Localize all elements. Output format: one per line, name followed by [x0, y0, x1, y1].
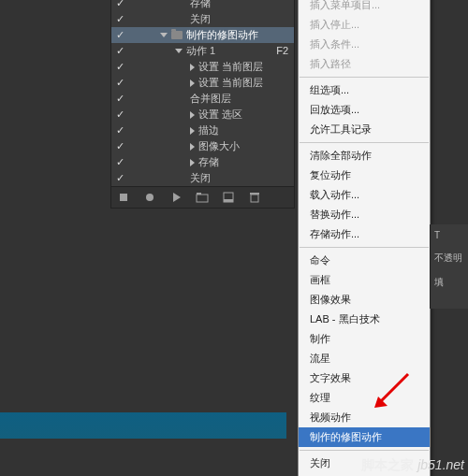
panel-label: T	[431, 224, 468, 246]
menu-item[interactable]: 视频动作	[299, 408, 430, 427]
record-icon[interactable]	[143, 191, 156, 204]
action-label: 动作 1	[186, 43, 215, 59]
svg-rect-3	[197, 195, 208, 202]
action-step-row[interactable]: ✓合并图层	[111, 91, 294, 107]
menu-item[interactable]: 插入停止...	[299, 15, 430, 35]
menu-item[interactable]: 插入路径	[299, 54, 430, 74]
disclosure-closed-icon[interactable]	[190, 127, 195, 135]
check-icon: ✓	[111, 138, 128, 154]
action-step-row[interactable]: ✓关闭	[111, 170, 294, 186]
check-icon: ✓	[111, 170, 128, 186]
menu-item[interactable]: 清除全部动作	[299, 146, 430, 166]
step-label: 存储	[198, 154, 219, 170]
menu-item[interactable]: 替换动作...	[299, 205, 430, 224]
play-icon[interactable]	[169, 191, 183, 204]
stop-icon[interactable]	[117, 191, 130, 204]
panel-menu: 插入菜单项目... 插入停止... 插入条件... 插入路径 组选项... 回放…	[298, 0, 431, 476]
svg-marker-2	[173, 193, 181, 202]
action-shortcut: F2	[276, 43, 288, 59]
disclosure-closed-icon[interactable]	[190, 159, 195, 166]
panel-label: 填	[431, 270, 468, 295]
menu-item[interactable]: 允许工具记录	[299, 120, 430, 139]
menu-item[interactable]: 存储动作...	[299, 224, 430, 244]
action-step-row[interactable]: ✓ 关闭	[111, 11, 294, 27]
right-panel-fragment: T 不透明 填	[430, 224, 468, 309]
menu-item[interactable]: 复位动作	[299, 166, 430, 185]
svg-rect-0	[120, 194, 127, 201]
action-step-row[interactable]: ✓设置 选区	[111, 107, 294, 123]
watermark-brand: 脚本之家	[361, 457, 414, 472]
action-step-row[interactable]: ✓描边	[111, 123, 294, 138]
check-icon: ✓	[111, 27, 128, 43]
watermark-site: jb51.net	[417, 457, 464, 472]
disclosure-closed-icon[interactable]	[190, 64, 195, 71]
folder-icon	[171, 31, 183, 39]
panel-label: 不透明	[431, 246, 468, 270]
disclosure-closed-icon[interactable]	[190, 111, 195, 119]
svg-rect-8	[250, 193, 259, 195]
svg-rect-4	[197, 193, 201, 195]
menu-item[interactable]: LAB - 黑白技术	[299, 310, 430, 329]
step-label: 关闭	[190, 170, 211, 186]
check-icon: ✓	[111, 123, 128, 138]
menu-item[interactable]: 载入动作...	[299, 185, 430, 205]
step-label: 合并图层	[190, 91, 231, 107]
menu-item[interactable]: 回放选项...	[299, 100, 430, 120]
menu-separator	[300, 77, 429, 78]
step-label: 描边	[198, 123, 219, 138]
app-canvas: ✓ 存储 ✓ 关闭 ✓ 制作的修图动作 ✓ 动作 1 F2 ✓设置 当前图层 ✓…	[0, 0, 468, 476]
menu-item[interactable]: 图像效果	[299, 290, 430, 310]
check-icon: ✓	[111, 43, 128, 59]
step-label: 关闭	[190, 11, 211, 27]
actions-panel: ✓ 存储 ✓ 关闭 ✓ 制作的修图动作 ✓ 动作 1 F2 ✓设置 当前图层 ✓…	[110, 0, 295, 209]
action-step-row[interactable]: ✓设置 当前图层	[111, 75, 294, 91]
menu-item[interactable]: 制作	[299, 329, 430, 349]
check-icon: ✓	[111, 107, 128, 123]
disclosure-open-icon[interactable]	[160, 33, 168, 37]
decorative-bar	[0, 412, 286, 439]
step-label: 设置 当前图层	[198, 75, 263, 91]
actions-button-bar	[111, 186, 294, 208]
action-step-row[interactable]: ✓ 存储	[111, 0, 294, 11]
check-icon: ✓	[111, 154, 128, 170]
menu-item[interactable]: 插入菜单项目...	[299, 0, 430, 15]
group-label: 制作的修图动作	[186, 27, 258, 43]
menu-separator	[300, 142, 429, 143]
new-action-icon[interactable]	[222, 191, 235, 204]
step-label: 存储	[190, 0, 211, 11]
menu-item[interactable]: 纹理	[299, 388, 430, 408]
menu-separator	[300, 247, 429, 248]
check-icon: ✓	[111, 11, 128, 27]
step-label: 设置 选区	[198, 107, 242, 123]
check-icon: ✓	[111, 75, 128, 91]
svg-rect-7	[251, 195, 258, 202]
menu-item[interactable]: 命令	[299, 251, 430, 270]
menu-item-highlight[interactable]: 制作的修图动作	[299, 427, 430, 447]
action-row[interactable]: ✓ 动作 1 F2	[111, 43, 294, 59]
action-step-row[interactable]: ✓存储	[111, 154, 294, 170]
check-icon: ✓	[111, 0, 128, 11]
disclosure-closed-icon[interactable]	[190, 143, 195, 151]
step-label: 图像大小	[198, 138, 240, 154]
new-folder-icon[interactable]	[196, 191, 209, 204]
menu-item[interactable]: 文字效果	[299, 368, 430, 388]
disclosure-open-icon[interactable]	[175, 49, 183, 53]
menu-item[interactable]: 流星	[299, 349, 430, 368]
menu-separator	[300, 450, 429, 451]
menu-item[interactable]: 画框	[299, 270, 430, 290]
menu-item[interactable]: 插入条件...	[299, 35, 430, 54]
svg-point-1	[146, 194, 154, 201]
check-icon: ✓	[111, 59, 128, 75]
trash-icon[interactable]	[248, 191, 261, 204]
step-label: 设置 当前图层	[198, 59, 263, 75]
disclosure-closed-icon[interactable]	[190, 79, 195, 87]
menu-item[interactable]: 组选项...	[299, 80, 430, 100]
watermark: 脚本之家 jb51.net	[361, 457, 464, 474]
action-step-row[interactable]: ✓图像大小	[111, 138, 294, 154]
check-icon: ✓	[111, 91, 128, 107]
svg-rect-6	[224, 199, 233, 202]
action-step-row[interactable]: ✓设置 当前图层	[111, 59, 294, 75]
action-group-row[interactable]: ✓ 制作的修图动作	[111, 27, 294, 43]
